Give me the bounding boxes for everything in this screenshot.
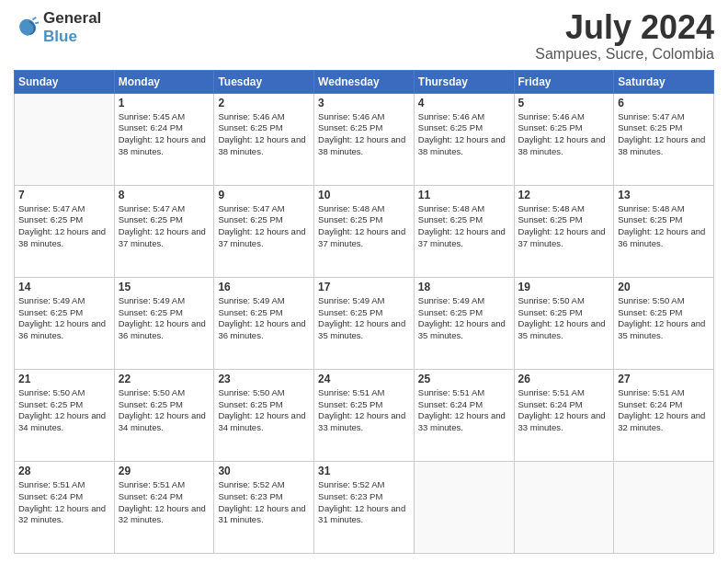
calendar-week-row: 21Sunrise: 5:50 AM Sunset: 6:25 PM Dayli… (15, 369, 714, 461)
table-row: 24Sunrise: 5:51 AM Sunset: 6:25 PM Dayli… (314, 369, 415, 461)
table-row: 10Sunrise: 5:48 AM Sunset: 6:25 PM Dayli… (314, 185, 415, 277)
col-saturday: Saturday (614, 70, 714, 93)
calendar-week-row: 14Sunrise: 5:49 AM Sunset: 6:25 PM Dayli… (15, 277, 714, 369)
day-info: Sunrise: 5:47 AM Sunset: 6:25 PM Dayligh… (119, 203, 210, 250)
day-info: Sunrise: 5:48 AM Sunset: 6:25 PM Dayligh… (618, 203, 710, 250)
day-number: 18 (418, 281, 510, 293)
col-tuesday: Tuesday (214, 70, 314, 93)
calendar-table: Sunday Monday Tuesday Wednesday Thursday… (14, 70, 714, 554)
table-row: 7Sunrise: 5:47 AM Sunset: 6:25 PM Daylig… (15, 185, 115, 277)
table-row: 11Sunrise: 5:48 AM Sunset: 6:25 PM Dayli… (414, 185, 514, 277)
table-row: 16Sunrise: 5:49 AM Sunset: 6:25 PM Dayli… (214, 277, 314, 369)
day-info: Sunrise: 5:50 AM Sunset: 6:25 PM Dayligh… (518, 295, 610, 342)
day-info: Sunrise: 5:49 AM Sunset: 6:25 PM Dayligh… (218, 295, 310, 342)
table-row: 18Sunrise: 5:49 AM Sunset: 6:25 PM Dayli… (414, 277, 514, 369)
day-number: 28 (18, 465, 110, 477)
day-number: 16 (218, 281, 310, 293)
table-row: 22Sunrise: 5:50 AM Sunset: 6:25 PM Dayli… (114, 369, 214, 461)
location: Sampues, Sucre, Colombia (535, 46, 714, 63)
table-row (15, 93, 115, 185)
table-row: 29Sunrise: 5:51 AM Sunset: 6:24 PM Dayli… (114, 461, 214, 553)
day-info: Sunrise: 5:50 AM Sunset: 6:25 PM Dayligh… (18, 387, 110, 434)
day-number: 11 (418, 189, 510, 201)
table-row: 13Sunrise: 5:48 AM Sunset: 6:25 PM Dayli… (614, 185, 714, 277)
logo-text: General Blue (43, 9, 101, 46)
day-number: 4 (418, 97, 510, 109)
day-info: Sunrise: 5:47 AM Sunset: 6:25 PM Dayligh… (18, 203, 110, 250)
day-info: Sunrise: 5:50 AM Sunset: 6:25 PM Dayligh… (218, 387, 310, 434)
day-number: 10 (318, 189, 410, 201)
day-number: 6 (618, 97, 710, 109)
day-number: 2 (218, 97, 310, 109)
day-info: Sunrise: 5:52 AM Sunset: 6:23 PM Dayligh… (218, 479, 310, 526)
day-info: Sunrise: 5:52 AM Sunset: 6:23 PM Dayligh… (318, 479, 410, 526)
table-row (414, 461, 514, 553)
day-number: 25 (418, 373, 510, 385)
day-number: 3 (318, 97, 410, 109)
day-info: Sunrise: 5:45 AM Sunset: 6:24 PM Dayligh… (119, 111, 210, 158)
day-info: Sunrise: 5:46 AM Sunset: 6:25 PM Dayligh… (418, 111, 510, 158)
day-info: Sunrise: 5:51 AM Sunset: 6:24 PM Dayligh… (518, 387, 610, 434)
table-row: 17Sunrise: 5:49 AM Sunset: 6:25 PM Dayli… (314, 277, 415, 369)
day-info: Sunrise: 5:48 AM Sunset: 6:25 PM Dayligh… (318, 203, 410, 250)
day-number: 14 (18, 281, 110, 293)
table-row: 19Sunrise: 5:50 AM Sunset: 6:25 PM Dayli… (514, 277, 614, 369)
day-number: 5 (518, 97, 610, 109)
day-number: 29 (119, 465, 210, 477)
day-info: Sunrise: 5:49 AM Sunset: 6:25 PM Dayligh… (318, 295, 410, 342)
day-info: Sunrise: 5:46 AM Sunset: 6:25 PM Dayligh… (318, 111, 410, 158)
header: General Blue July 2024 Sampues, Sucre, C… (14, 9, 714, 63)
day-info: Sunrise: 5:49 AM Sunset: 6:25 PM Dayligh… (119, 295, 210, 342)
day-number: 1 (119, 97, 210, 109)
day-info: Sunrise: 5:50 AM Sunset: 6:25 PM Dayligh… (618, 295, 710, 342)
day-number: 30 (218, 465, 310, 477)
day-number: 7 (18, 189, 110, 201)
day-info: Sunrise: 5:51 AM Sunset: 6:24 PM Dayligh… (18, 479, 110, 526)
col-monday: Monday (114, 70, 214, 93)
day-info: Sunrise: 5:48 AM Sunset: 6:25 PM Dayligh… (518, 203, 610, 250)
col-sunday: Sunday (15, 70, 115, 93)
day-number: 23 (218, 373, 310, 385)
table-row: 26Sunrise: 5:51 AM Sunset: 6:24 PM Dayli… (514, 369, 614, 461)
calendar-week-row: 7Sunrise: 5:47 AM Sunset: 6:25 PM Daylig… (15, 185, 714, 277)
day-info: Sunrise: 5:47 AM Sunset: 6:25 PM Dayligh… (618, 111, 710, 158)
day-number: 21 (18, 373, 110, 385)
day-info: Sunrise: 5:46 AM Sunset: 6:25 PM Dayligh… (218, 111, 310, 158)
table-row: 15Sunrise: 5:49 AM Sunset: 6:25 PM Dayli… (114, 277, 214, 369)
table-row: 1Sunrise: 5:45 AM Sunset: 6:24 PM Daylig… (114, 93, 214, 185)
day-number: 17 (318, 281, 410, 293)
table-row: 4Sunrise: 5:46 AM Sunset: 6:25 PM Daylig… (414, 93, 514, 185)
table-row: 23Sunrise: 5:50 AM Sunset: 6:25 PM Dayli… (214, 369, 314, 461)
logo-icon (14, 15, 40, 40)
title-block: July 2024 Sampues, Sucre, Colombia (535, 9, 714, 63)
table-row (614, 461, 714, 553)
table-row: 27Sunrise: 5:51 AM Sunset: 6:24 PM Dayli… (614, 369, 714, 461)
day-number: 8 (119, 189, 210, 201)
table-row: 3Sunrise: 5:46 AM Sunset: 6:25 PM Daylig… (314, 93, 415, 185)
table-row: 25Sunrise: 5:51 AM Sunset: 6:24 PM Dayli… (414, 369, 514, 461)
table-row: 12Sunrise: 5:48 AM Sunset: 6:25 PM Dayli… (514, 185, 614, 277)
day-number: 9 (218, 189, 310, 201)
day-info: Sunrise: 5:51 AM Sunset: 6:24 PM Dayligh… (618, 387, 710, 434)
table-row: 14Sunrise: 5:49 AM Sunset: 6:25 PM Dayli… (15, 277, 115, 369)
table-row: 8Sunrise: 5:47 AM Sunset: 6:25 PM Daylig… (114, 185, 214, 277)
col-friday: Friday (514, 70, 614, 93)
day-info: Sunrise: 5:49 AM Sunset: 6:25 PM Dayligh… (18, 295, 110, 342)
day-number: 12 (518, 189, 610, 201)
logo: General Blue (14, 9, 101, 46)
month-year: July 2024 (535, 9, 714, 46)
day-number: 13 (618, 189, 710, 201)
table-row: 6Sunrise: 5:47 AM Sunset: 6:25 PM Daylig… (614, 93, 714, 185)
day-info: Sunrise: 5:49 AM Sunset: 6:25 PM Dayligh… (418, 295, 510, 342)
day-info: Sunrise: 5:51 AM Sunset: 6:25 PM Dayligh… (318, 387, 410, 434)
table-row: 31Sunrise: 5:52 AM Sunset: 6:23 PM Dayli… (314, 461, 415, 553)
day-info: Sunrise: 5:47 AM Sunset: 6:25 PM Dayligh… (218, 203, 310, 250)
calendar-header-row: Sunday Monday Tuesday Wednesday Thursday… (15, 70, 714, 93)
calendar-week-row: 28Sunrise: 5:51 AM Sunset: 6:24 PM Dayli… (15, 461, 714, 553)
day-number: 15 (119, 281, 210, 293)
day-number: 20 (618, 281, 710, 293)
table-row: 20Sunrise: 5:50 AM Sunset: 6:25 PM Dayli… (614, 277, 714, 369)
day-number: 24 (318, 373, 410, 385)
calendar-week-row: 1Sunrise: 5:45 AM Sunset: 6:24 PM Daylig… (15, 93, 714, 185)
page: General Blue July 2024 Sampues, Sucre, C… (0, 0, 728, 563)
